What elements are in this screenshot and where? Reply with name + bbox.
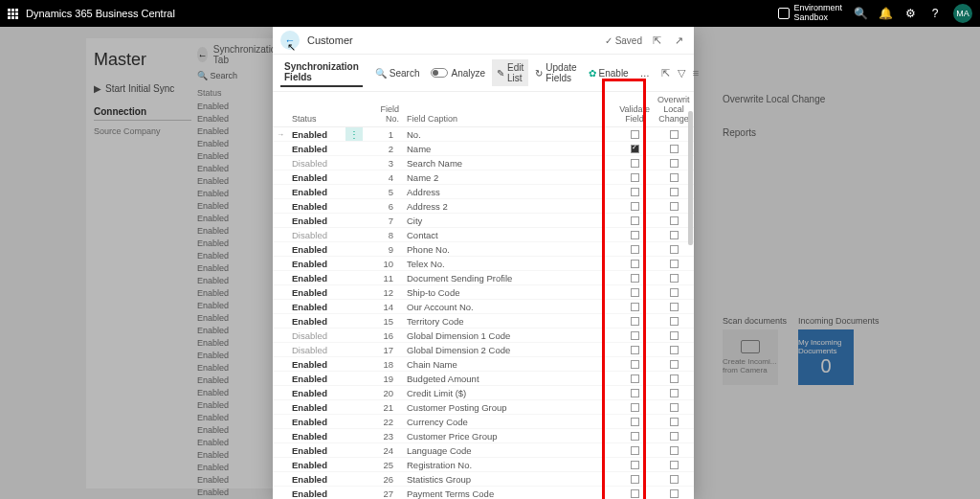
overwrite-checkbox[interactable]	[654, 343, 694, 357]
validate-checkbox[interactable]	[615, 257, 654, 271]
share-toolbar-icon[interactable]: ⇱	[658, 67, 673, 79]
validate-checkbox[interactable]	[615, 472, 654, 487]
validate-checkbox[interactable]	[615, 372, 654, 386]
row-menu[interactable]: ⋮	[345, 127, 363, 142]
col-status[interactable]: Status	[288, 92, 345, 127]
row-menu[interactable]	[345, 487, 363, 500]
table-row[interactable]: Enabled20Credit Limit ($)	[273, 386, 694, 400]
table-row[interactable]: Enabled4Name 2	[273, 170, 694, 185]
table-row[interactable]: Disabled17Global Dimension 2 Code	[273, 343, 694, 357]
table-row[interactable]: Enabled15Territory Code	[273, 314, 694, 329]
overwrite-checkbox[interactable]	[654, 386, 694, 400]
edit-list-action[interactable]: ✎Edit List	[492, 59, 528, 86]
row-menu[interactable]	[345, 472, 363, 487]
validate-checkbox[interactable]	[615, 285, 654, 300]
overwrite-checkbox[interactable]	[654, 458, 694, 472]
enable-action[interactable]: ✿Enable	[584, 65, 634, 81]
overwrite-checkbox[interactable]	[654, 415, 694, 429]
overwrite-checkbox[interactable]	[654, 329, 694, 343]
tab-sync-fields[interactable]: Synchronization Fields	[280, 58, 363, 87]
row-menu[interactable]	[345, 257, 363, 271]
status-cell[interactable]: Disabled	[288, 228, 345, 242]
status-cell[interactable]: Enabled	[288, 199, 345, 214]
status-cell[interactable]: Enabled	[288, 415, 345, 429]
row-menu[interactable]	[345, 214, 363, 228]
back-button[interactable]: ←↖	[280, 31, 300, 50]
row-menu[interactable]	[345, 228, 363, 242]
row-menu[interactable]	[345, 343, 363, 357]
col-validate[interactable]: Validate Field	[615, 92, 654, 127]
table-row[interactable]: Enabled6Address 2	[273, 199, 694, 214]
row-menu[interactable]	[345, 156, 363, 170]
overwrite-checkbox[interactable]	[654, 400, 694, 415]
status-cell[interactable]: Enabled	[288, 242, 345, 257]
status-cell[interactable]: Enabled	[288, 170, 345, 185]
table-row[interactable]: Enabled19Budgeted Amount	[273, 372, 694, 386]
table-row[interactable]: Enabled9Phone No.	[273, 242, 694, 257]
table-row[interactable]: Disabled16Global Dimension 1 Code	[273, 329, 694, 343]
table-row[interactable]: Enabled25Registration No.	[273, 458, 694, 472]
overwrite-checkbox[interactable]	[654, 357, 694, 372]
row-menu[interactable]	[345, 285, 363, 300]
row-menu[interactable]	[345, 458, 363, 472]
row-menu[interactable]	[345, 242, 363, 257]
table-row[interactable]: Enabled7City	[273, 214, 694, 228]
validate-checkbox[interactable]	[615, 458, 654, 472]
validate-checkbox[interactable]	[615, 300, 654, 314]
table-row[interactable]: Disabled3Search Name	[273, 156, 694, 170]
overwrite-checkbox[interactable]	[654, 285, 694, 300]
validate-checkbox[interactable]	[615, 314, 654, 329]
status-cell[interactable]: Enabled	[288, 127, 345, 142]
overwrite-checkbox[interactable]	[654, 487, 694, 500]
search-action[interactable]: 🔍Search	[370, 65, 425, 81]
status-cell[interactable]: Enabled	[288, 185, 345, 199]
table-row[interactable]: Disabled8Contact	[273, 228, 694, 242]
help-icon[interactable]: ?	[928, 7, 942, 20]
status-cell[interactable]: Enabled	[288, 314, 345, 329]
status-cell[interactable]: Enabled	[288, 357, 345, 372]
overwrite-checkbox[interactable]	[654, 257, 694, 271]
overwrite-checkbox[interactable]	[654, 300, 694, 314]
status-cell[interactable]: Enabled	[288, 458, 345, 472]
status-cell[interactable]: Enabled	[288, 214, 345, 228]
row-menu[interactable]	[345, 400, 363, 415]
status-cell[interactable]: Enabled	[288, 271, 345, 285]
row-menu[interactable]	[345, 415, 363, 429]
row-menu[interactable]	[345, 142, 363, 156]
status-cell[interactable]: Enabled	[288, 257, 345, 271]
expand-icon[interactable]: ↗	[672, 34, 686, 47]
table-row[interactable]: Enabled26Statistics Group	[273, 472, 694, 487]
table-row[interactable]: Enabled5Address	[273, 185, 694, 199]
status-cell[interactable]: Enabled	[288, 372, 345, 386]
status-cell[interactable]: Enabled	[288, 300, 345, 314]
table-row[interactable]: Enabled12Ship-to Code	[273, 285, 694, 300]
overwrite-checkbox[interactable]	[654, 443, 694, 458]
validate-checkbox[interactable]	[615, 199, 654, 214]
table-row[interactable]: Enabled22Currency Code	[273, 415, 694, 429]
settings-icon[interactable]: ⚙	[903, 7, 917, 20]
validate-checkbox[interactable]	[615, 170, 654, 185]
more-actions[interactable]: …	[635, 65, 655, 81]
table-row[interactable]: Enabled23Customer Price Group	[273, 429, 694, 443]
validate-checkbox[interactable]	[615, 487, 654, 500]
col-fieldno[interactable]: Field No.	[363, 92, 403, 127]
table-row[interactable]: Enabled14Our Account No.	[273, 300, 694, 314]
validate-checkbox[interactable]	[615, 329, 654, 343]
notifications-icon[interactable]: 🔔	[879, 7, 892, 20]
table-row[interactable]: Enabled21Customer Posting Group	[273, 400, 694, 415]
row-menu[interactable]	[345, 429, 363, 443]
row-menu[interactable]	[345, 329, 363, 343]
table-row[interactable]: Enabled24Language Code	[273, 443, 694, 458]
status-cell[interactable]: Disabled	[288, 343, 345, 357]
table-row[interactable]: Enabled2Name	[273, 142, 694, 156]
row-menu[interactable]	[345, 372, 363, 386]
analyze-action[interactable]: Analyze	[426, 65, 490, 81]
user-avatar[interactable]: MA	[953, 4, 972, 23]
status-cell[interactable]: Enabled	[288, 443, 345, 458]
search-icon[interactable]: 🔍	[854, 7, 867, 20]
table-row[interactable]: →Enabled⋮1No.	[273, 127, 694, 142]
row-menu[interactable]	[345, 170, 363, 185]
validate-checkbox[interactable]	[615, 429, 654, 443]
validate-checkbox[interactable]	[615, 386, 654, 400]
validate-checkbox[interactable]	[615, 415, 654, 429]
